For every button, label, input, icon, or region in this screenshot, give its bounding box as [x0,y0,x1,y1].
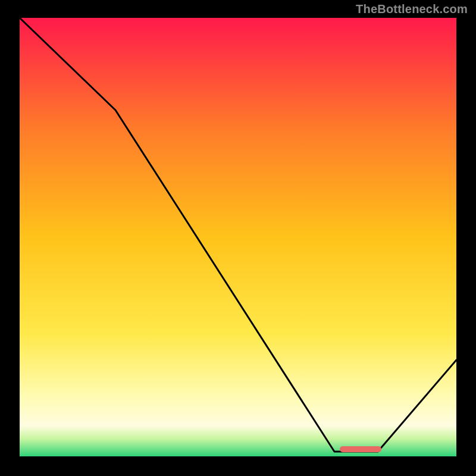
plot-area [20,18,456,456]
watermark-text: TheBottleneck.com [356,2,468,16]
highlight-marker [340,446,381,452]
gradient-background [20,18,456,456]
chart-svg [20,18,456,456]
chart-container: TheBottleneck.com [0,0,476,476]
